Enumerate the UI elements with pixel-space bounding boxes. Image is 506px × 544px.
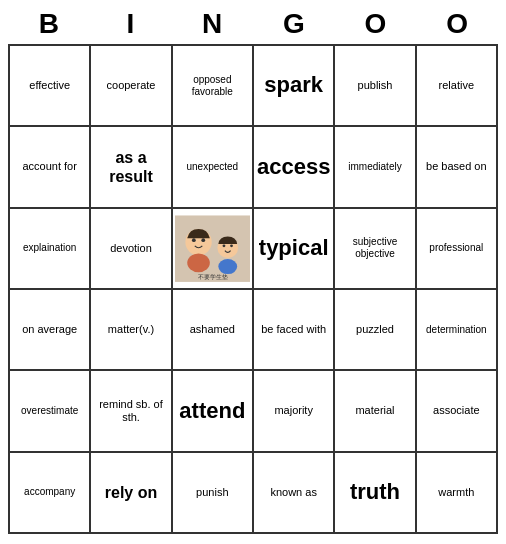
bingo-cell-15: typical (253, 208, 334, 289)
bingo-cell-22: puzzled (334, 289, 415, 370)
cell-text-31: rely on (105, 483, 157, 502)
cell-text-27: majority (274, 404, 313, 417)
cell-text-22: puzzled (356, 323, 394, 336)
cell-text-18: on average (22, 323, 77, 336)
cell-text-23: determination (426, 324, 487, 336)
cell-text-2: opposed favorable (192, 74, 233, 98)
bingo-cell-26: attend (172, 370, 253, 451)
bingo-cell-34: truth (334, 452, 415, 533)
header-g: G (255, 8, 333, 40)
header-o2: O (418, 8, 496, 40)
bingo-cell-18: on average (9, 289, 90, 370)
bingo-cell-32: punish (172, 452, 253, 533)
bingo-cell-11: be based on (416, 126, 497, 207)
bingo-cell-1: cooperate (90, 45, 171, 126)
cell-text-20: ashamed (190, 323, 235, 336)
cell-text-19: matter(v.) (108, 323, 154, 336)
svg-point-4 (192, 238, 196, 242)
bingo-cell-14: 不要学生垫 (172, 208, 253, 289)
svg-text:不要学生垫: 不要学生垫 (197, 273, 227, 279)
cell-text-24: overestimate (21, 405, 78, 417)
bingo-cell-6: account for (9, 126, 90, 207)
cell-text-12: explaination (23, 242, 76, 254)
bingo-cell-19: matter(v.) (90, 289, 171, 370)
bingo-cell-31: rely on (90, 452, 171, 533)
bingo-cell-9: access (253, 126, 334, 207)
bingo-cell-28: material (334, 370, 415, 451)
bingo-cell-23: determination (416, 289, 497, 370)
svg-point-7 (218, 259, 237, 274)
bingo-cell-16: subjective objective (334, 208, 415, 289)
svg-rect-1 (175, 215, 250, 281)
bingo-grid: effectivecooperateopposed favorablespark… (8, 44, 498, 534)
cell-text-8: unexpected (186, 161, 238, 173)
cell-text-34: truth (350, 479, 400, 505)
cell-text-33: known as (270, 486, 316, 499)
cell-text-1: cooperate (107, 79, 156, 92)
cell-text-30: accompany (24, 486, 75, 498)
bingo-cell-8: unexpected (172, 126, 253, 207)
cell-text-32: punish (196, 486, 228, 499)
header-b: B (10, 8, 88, 40)
bingo-cell-25: remind sb. of sth. (90, 370, 171, 451)
svg-point-9 (230, 244, 233, 247)
cell-text-25: remind sb. of sth. (93, 398, 168, 424)
bingo-cell-33: known as (253, 452, 334, 533)
bingo-cell-27: majority (253, 370, 334, 451)
header-o1: O (336, 8, 414, 40)
bingo-cell-21: be faced with (253, 289, 334, 370)
cell-text-29: associate (433, 404, 479, 417)
cell-text-0: effective (29, 79, 70, 92)
cell-text-7: as a result (93, 148, 168, 186)
svg-point-8 (222, 244, 225, 247)
bingo-cell-3: spark (253, 45, 334, 126)
cell-text-26: attend (179, 398, 245, 424)
cell-text-21: be faced with (261, 323, 326, 336)
cell-text-35: warmth (438, 486, 474, 499)
cell-text-28: material (355, 404, 394, 417)
bingo-cell-29: associate (416, 370, 497, 451)
cell-text-4: publish (358, 79, 393, 92)
bingo-cell-17: professional (416, 208, 497, 289)
bingo-cell-24: overestimate (9, 370, 90, 451)
cell-text-10: immediately (348, 161, 401, 173)
bingo-header: B I N G O O (8, 8, 498, 40)
bingo-cell-30: accompany (9, 452, 90, 533)
header-i: I (91, 8, 169, 40)
bingo-cell-35: warmth (416, 452, 497, 533)
bingo-cell-2: opposed favorable (172, 45, 253, 126)
header-n: N (173, 8, 251, 40)
cell-text-13: devotion (110, 242, 152, 255)
bingo-cell-10: immediately (334, 126, 415, 207)
cell-text-9: access (257, 154, 330, 180)
bingo-cell-12: explaination (9, 208, 90, 289)
cell-text-6: account for (22, 160, 76, 173)
cell-text-15: typical (259, 235, 329, 261)
cell-text-17: professional (429, 242, 483, 254)
svg-point-5 (201, 238, 205, 242)
cell-text-3: spark (264, 72, 323, 98)
bingo-cell-4: publish (334, 45, 415, 126)
bingo-cell-13: devotion (90, 208, 171, 289)
bingo-cell-20: ashamed (172, 289, 253, 370)
cell-text-11: be based on (426, 160, 487, 173)
bingo-cell-0: effective (9, 45, 90, 126)
cell-text-5: relative (439, 79, 474, 92)
cell-text-16: subjective objective (353, 236, 397, 260)
bingo-cell-5: relative (416, 45, 497, 126)
bingo-cell-7: as a result (90, 126, 171, 207)
svg-point-3 (187, 253, 210, 272)
